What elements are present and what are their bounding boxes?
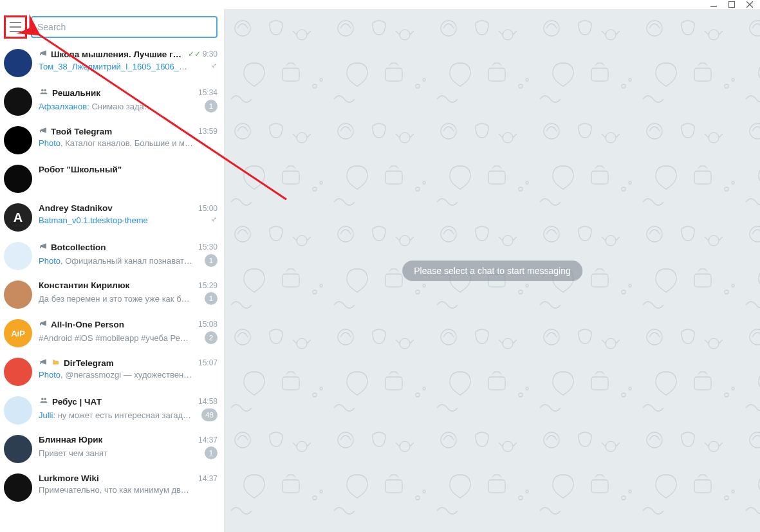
chat-content-area: Please select a chat to start messaging — [225, 9, 760, 532]
chat-item[interactable]: Ребус | ЧАТ14:58Julli: ну может есть инт… — [0, 391, 224, 430]
chat-item[interactable]: DirTelegram15:07Photo, @nerassmozgi — ху… — [0, 353, 224, 391]
avatar — [4, 435, 32, 463]
sidebar: Школа мышления. Лучшие го…✓✓9:30Том_38_Л… — [0, 9, 225, 532]
chat-preview: Batman_v0.1.tdesktop-theme — [39, 216, 148, 225]
svg-rect-1 — [729, 2, 735, 8]
chat-title: Блинная Юрик — [39, 435, 102, 445]
read-checks-icon: ✓✓ — [188, 50, 201, 59]
chat-time: 14:58 — [198, 397, 218, 406]
chat-item[interactable]: Блинная Юрик14:37Привет чем занят1 — [0, 430, 224, 468]
chat-title: Константин Кирилюк — [39, 280, 129, 290]
chat-time: 15:07 — [198, 358, 218, 367]
pin-icon — [209, 61, 218, 72]
chat-preview: Photo, @nerassmozgi — художественная #л… — [39, 370, 193, 380]
chat-item[interactable]: Lurkmore Wiki14:37Примечательно, что как… — [0, 468, 224, 507]
megaphone-icon — [39, 126, 48, 136]
svg-point-7 — [44, 398, 46, 400]
chat-title: Решальник — [52, 88, 100, 98]
group-icon — [39, 396, 49, 407]
unread-badge: 1 — [205, 292, 218, 305]
unread-badge: 1 — [205, 446, 218, 459]
chat-title: Ребус | ЧАТ — [52, 397, 102, 407]
chat-preview: Photo, Официальный канал познавател… — [39, 256, 193, 266]
avatar — [4, 49, 32, 77]
megaphone-icon — [39, 49, 48, 59]
chat-preview: Julli: ну может есть интересная загадка… — [39, 410, 193, 420]
search-input[interactable] — [37, 22, 211, 32]
search-field[interactable] — [31, 16, 218, 38]
chat-title: Твой Telegram — [51, 127, 112, 136]
unread-badge: 2 — [205, 331, 218, 344]
svg-point-4 — [41, 89, 43, 91]
chat-time: 15:30 — [198, 243, 218, 252]
menu-button-highlight — [4, 15, 27, 39]
chat-time: ✓✓9:30 — [188, 50, 218, 59]
chat-time: 14:37 — [198, 436, 218, 445]
megaphone-icon — [39, 242, 48, 252]
chat-item[interactable]: Робот "Школьный" — [0, 160, 224, 198]
chat-time: 15:29 — [198, 281, 218, 290]
chat-time: 13:59 — [198, 127, 218, 136]
chat-preview: Том_38_Лжедмитрий_I_1605_1606_Мос… — [39, 62, 193, 71]
group-icon — [39, 87, 49, 98]
chat-preview: Примечательно, что как минимум двое бу… — [39, 485, 193, 495]
chat-time: 15:00 — [198, 204, 218, 213]
svg-point-5 — [44, 89, 46, 91]
chat-preview: Афзалханов: Снимаю зада… — [39, 102, 153, 111]
chat-preview: #Android #iOS #mobileapp #учеба Реш… — [39, 333, 193, 343]
chat-title: Робот "Школьный" — [39, 165, 122, 174]
chat-title: Andrey Stadnikov — [39, 203, 113, 213]
empty-chat-placeholder: Please select a chat to start messaging — [402, 261, 582, 281]
chat-item[interactable]: AiPAll-In-One Person15:08#Android #iOS #… — [0, 314, 224, 353]
chat-item[interactable]: Школа мышления. Лучшие го…✓✓9:30Том_38_Л… — [0, 44, 224, 82]
chat-time: 15:34 — [198, 88, 218, 97]
unread-badge: 48 — [201, 408, 218, 421]
avatar — [4, 358, 32, 386]
chat-preview: Да без перемен и это тоже уже как бы … — [39, 294, 193, 304]
unread-badge: 1 — [205, 254, 218, 267]
megaphone-icon — [39, 358, 48, 368]
chat-item[interactable]: Твой Telegram13:59Photo, Каталог каналов… — [0, 121, 224, 160]
pin-icon — [209, 215, 218, 226]
avatar — [4, 396, 32, 425]
chat-list[interactable]: Школа мышления. Лучшие го…✓✓9:30Том_38_Л… — [0, 44, 224, 532]
chat-time: 15:08 — [198, 320, 218, 329]
avatar — [4, 126, 32, 154]
unread-badge: 1 — [205, 100, 218, 113]
avatar — [4, 242, 32, 270]
chat-preview: Привет чем занят — [39, 448, 107, 458]
chat-title: Lurkmore Wiki — [39, 473, 99, 483]
avatar — [4, 87, 32, 116]
avatar — [4, 473, 32, 502]
window-titlebar — [0, 0, 760, 9]
chat-preview: Photo, Каталог каналов. Большие и ма… — [39, 138, 193, 148]
chat-title: DirTelegram — [64, 358, 114, 368]
chat-item[interactable]: Решальник15:34Афзалханов: Снимаю зада…1 — [0, 82, 224, 121]
menu-button[interactable] — [7, 19, 24, 35]
svg-point-6 — [41, 398, 43, 400]
chat-item[interactable]: AAndrey Stadnikov15:00Batman_v0.1.tdeskt… — [0, 198, 224, 237]
megaphone-icon — [39, 319, 48, 329]
window-close-icon[interactable] — [746, 1, 754, 8]
chat-item[interactable]: Botcollection15:30Photo, Официальный кан… — [0, 237, 224, 275]
avatar: AiP — [4, 319, 32, 347]
chat-title: All-In-One Person — [51, 320, 124, 329]
chat-item[interactable]: Константин Кирилюк15:29Да без перемен и … — [0, 275, 224, 314]
avatar — [4, 165, 32, 193]
folder-icon — [51, 358, 60, 368]
window-maximize-icon[interactable] — [728, 1, 736, 8]
chat-title: Botcollection — [51, 243, 106, 252]
window-minimize-icon[interactable] — [710, 1, 718, 8]
avatar: A — [4, 203, 32, 232]
chat-time: 14:37 — [198, 474, 218, 483]
avatar — [4, 280, 32, 309]
chat-title: Школа мышления. Лучшие го… — [51, 50, 185, 59]
